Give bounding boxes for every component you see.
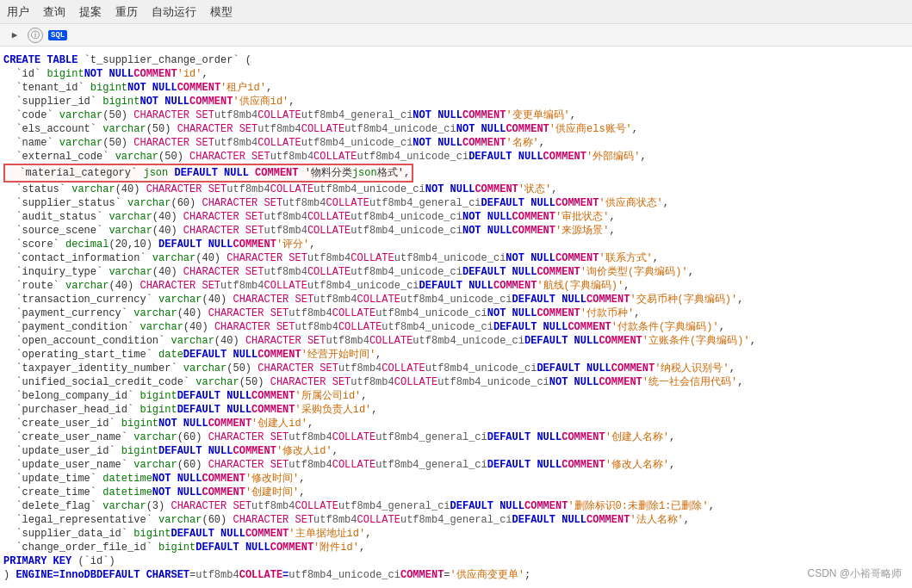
code-line: `belong_company_id` bigint DEFAULT NULL … — [0, 389, 912, 403]
code-line: `id` bigint NOT NULL COMMENT 'id', — [0, 67, 912, 81]
code-line: `score` decimal(20,10) DEFAULT NULL COMM… — [0, 238, 912, 251]
code-line: `inquiry_type` varchar(40) CHARACTER SET… — [0, 265, 912, 279]
menu-item-autorun[interactable]: 自动运行 — [152, 4, 196, 20]
code-line: `payment_currency` varchar(40) CHARACTER… — [0, 306, 912, 320]
code-line: `supplier_status` varchar(60) CHARACTER … — [0, 196, 912, 210]
code-line: `supplier_data_id` bigint DEFAULT NULL C… — [0, 527, 912, 541]
code-line: `create_user_id` bigint NOT NULL COMMENT… — [0, 417, 912, 430]
toolbar: ▶ ⓘ SQL — [0, 24, 912, 46]
code-container: CREATE TABLE `t_supplier_change_order` (… — [0, 46, 912, 588]
code-line: `unified_social_credit_code` varchar(50)… — [0, 375, 912, 389]
code-line: `open_account_condition` varchar(40) CHA… — [0, 334, 912, 348]
code-line: `supplier_id` bigint NOT NULL COMMENT '供… — [0, 95, 912, 108]
code-line: `payment_condition` varchar(40) CHARACTE… — [0, 320, 912, 334]
code-line: `els_account` varchar(50) CHARACTER SET … — [0, 122, 912, 136]
sql-badge[interactable]: SQL — [48, 30, 67, 40]
code-line: `taxpayer_identity_number` varchar(50) C… — [0, 362, 912, 375]
code-line: `route` varchar(40) CHARACTER SET utf8mb… — [0, 279, 912, 293]
top-bar: 用户 查询 提案 重历 自动运行 模型 — [0, 0, 912, 24]
menu-item-model[interactable]: 模型 — [210, 4, 233, 20]
code-line: `source_scene` varchar(40) CHARACTER SET… — [0, 224, 912, 238]
code-line: `audit_status` varchar(40) CHARACTER SET… — [0, 210, 912, 224]
collapse-button[interactable]: ▶ — [7, 28, 22, 43]
info-icon[interactable]: ⓘ — [28, 28, 43, 43]
code-line: `update_time` datetime NOT NULL COMMENT … — [0, 472, 912, 486]
code-line: `update_user_id` bigint DEFAULT NULL COM… — [0, 444, 912, 458]
code-line: `material_category` json DEFAULT NULL CO… — [0, 164, 912, 183]
code-line: `create_time` datetime NOT NULL COMMENT … — [0, 486, 912, 499]
code-line: `delete_flag` varchar(3) CHARACTER SET u… — [0, 499, 912, 513]
code-line: `create_user_name` varchar(60) CHARACTER… — [0, 430, 912, 444]
watermark: CSDN @小裕哥略师 — [807, 566, 902, 581]
code-line: `transaction_currency` varchar(40) CHARA… — [0, 293, 912, 306]
menu-item-history[interactable]: 重历 — [115, 4, 138, 20]
code-line: `legal_representative` varchar(60) CHARA… — [0, 513, 912, 527]
code-line: `external_code` varchar(50) CHARACTER SE… — [0, 150, 912, 164]
menu-item-proposal[interactable]: 提案 — [79, 4, 102, 20]
code-line: `name` varchar(50) CHARACTER SET utf8mb4… — [0, 136, 912, 150]
menu-item-query[interactable]: 查询 — [43, 4, 65, 20]
code-line: `code` varchar(50) CHARACTER SET utf8mb4… — [0, 108, 912, 122]
code-line: `update_user_name` varchar(60) CHARACTER… — [0, 458, 912, 472]
code-line: PRIMARY KEY (`id`) — [0, 554, 912, 568]
code-line: `contact_information` varchar(40) CHARAC… — [0, 251, 912, 265]
code-line: `operating_start_time` date DEFAULT NULL… — [0, 348, 912, 362]
code-line: `status` varchar(40) CHARACTER SET utf8m… — [0, 183, 912, 196]
code-line: `purchaser_head_id` bigint DEFAULT NULL … — [0, 403, 912, 417]
code-line: ) ENGINE=InnoDB DEFAULT CHARSET=utf8mb4 … — [0, 568, 912, 582]
code-line: `change_order_file_id` bigint DEFAULT NU… — [0, 541, 912, 554]
code-line: `tenant_id` bigint NOT NULL COMMENT '租户i… — [0, 81, 912, 95]
code-line: CREATE TABLE `t_supplier_change_order` ( — [0, 53, 912, 67]
menu-item-user[interactable]: 用户 — [7, 4, 29, 20]
